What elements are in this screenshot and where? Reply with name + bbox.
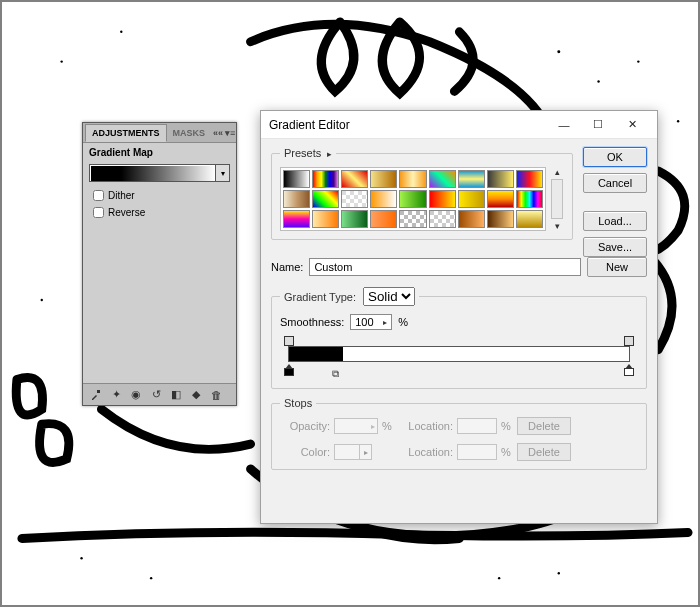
presets-menu-icon[interactable]: ▸ xyxy=(327,149,332,159)
svg-rect-12 xyxy=(97,390,100,393)
new-adjustment-icon[interactable]: ◧ xyxy=(169,388,183,402)
gradient-type-select[interactable]: Solid xyxy=(363,287,415,306)
gradient-bar[interactable]: ⧉ xyxy=(282,336,636,376)
chevron-right-icon[interactable]: ▸ xyxy=(383,318,387,327)
svg-point-1 xyxy=(120,31,122,33)
link-stops-icon[interactable]: ⧉ xyxy=(332,368,339,380)
preset-swatch[interactable] xyxy=(429,190,456,208)
reverse-label: Reverse xyxy=(108,207,145,218)
opacity-location-input xyxy=(457,418,497,434)
eye-icon[interactable]: ◉ xyxy=(129,388,143,402)
svg-point-7 xyxy=(80,557,82,559)
preset-swatch[interactable] xyxy=(370,170,397,188)
reset-icon[interactable]: ↺ xyxy=(149,388,163,402)
svg-point-4 xyxy=(637,60,639,62)
adjustment-title: Gradient Map xyxy=(83,143,236,164)
preset-swatch[interactable] xyxy=(283,190,310,208)
svg-point-2 xyxy=(557,50,560,53)
save-button[interactable]: Save... xyxy=(583,237,647,257)
dither-input[interactable] xyxy=(93,190,104,201)
svg-point-8 xyxy=(150,577,152,579)
smoothness-label: Smoothness: xyxy=(280,316,344,328)
dialog-titlebar[interactable]: Gradient Editor — ☐ ✕ xyxy=(261,111,657,139)
opacity-unit: % xyxy=(382,420,394,432)
preset-swatch[interactable] xyxy=(458,170,485,188)
adjustments-tabstrip: ADJUSTMENTS MASKS «« ▾≡ xyxy=(83,123,236,143)
gradient-type-fieldset: Gradient Type: Solid Smoothness: 100▸ % … xyxy=(271,287,647,389)
preset-swatch[interactable] xyxy=(341,190,368,208)
opacity-stop-left[interactable] xyxy=(284,336,294,346)
name-label: Name: xyxy=(271,261,303,273)
eyedropper-icon[interactable] xyxy=(89,388,103,402)
preset-swatch[interactable] xyxy=(399,170,426,188)
preset-swatch[interactable] xyxy=(487,210,514,228)
preset-swatch[interactable] xyxy=(516,170,543,188)
delete-opacity-stop-button: Delete xyxy=(517,417,571,435)
minimize-icon[interactable]: — xyxy=(547,114,581,136)
panel-menu-icon[interactable]: ▾≡ xyxy=(225,126,235,140)
preset-swatch[interactable] xyxy=(341,170,368,188)
gradient-preview[interactable] xyxy=(89,164,216,182)
close-icon[interactable]: ✕ xyxy=(615,114,649,136)
preset-swatch[interactable] xyxy=(458,190,485,208)
opacity-input: ▸ xyxy=(334,418,378,434)
preset-swatch[interactable] xyxy=(399,190,426,208)
color-stop-left[interactable] xyxy=(284,364,294,376)
preset-swatch[interactable] xyxy=(312,190,339,208)
preset-swatch[interactable] xyxy=(516,210,543,228)
preset-swatch[interactable] xyxy=(399,210,426,228)
smoothness-unit: % xyxy=(398,316,408,328)
dither-checkbox[interactable]: Dither xyxy=(93,190,226,201)
trash-icon[interactable]: 🗑 xyxy=(209,388,223,402)
adjustments-footer: ✦ ◉ ↺ ◧ ◆ 🗑 xyxy=(83,383,236,405)
load-button[interactable]: Load... xyxy=(583,211,647,231)
pin-icon[interactable]: ✦ xyxy=(109,388,123,402)
preset-swatch[interactable] xyxy=(370,210,397,228)
tab-adjustments[interactable]: ADJUSTMENTS xyxy=(85,124,167,142)
maximize-icon[interactable]: ☐ xyxy=(581,114,615,136)
presets-scrollbar[interactable] xyxy=(551,179,563,219)
preset-swatch[interactable] xyxy=(370,190,397,208)
preset-swatch[interactable] xyxy=(283,170,310,188)
presets-legend: Presets ▸ xyxy=(280,147,336,159)
preset-swatch[interactable] xyxy=(283,210,310,228)
ok-button[interactable]: OK xyxy=(583,147,647,167)
preset-swatch[interactable] xyxy=(341,210,368,228)
opacity-label: Opacity: xyxy=(280,420,330,432)
preset-swatch[interactable] xyxy=(487,190,514,208)
color-stop-right[interactable] xyxy=(624,364,634,376)
adjustments-panel: ADJUSTMENTS MASKS «« ▾≡ Gradient Map ▾ D… xyxy=(82,122,237,406)
clip-icon[interactable]: ◆ xyxy=(189,388,203,402)
preset-swatch[interactable] xyxy=(516,190,543,208)
opacity-stop-right[interactable] xyxy=(624,336,634,346)
opacity-location-unit: % xyxy=(501,420,513,432)
preset-swatch[interactable] xyxy=(487,170,514,188)
new-button[interactable]: New xyxy=(587,257,647,277)
svg-point-3 xyxy=(597,80,599,82)
svg-point-10 xyxy=(558,572,560,574)
gradient-type-legend: Gradient Type: Solid xyxy=(280,287,419,306)
svg-point-9 xyxy=(498,577,500,579)
collapse-icon[interactable]: «« xyxy=(213,126,223,140)
reverse-checkbox[interactable]: Reverse xyxy=(93,207,226,218)
color-location-unit: % xyxy=(501,446,513,458)
stops-fieldset: Stops Opacity: ▸ % Location: % Delete Co… xyxy=(271,397,647,470)
smoothness-input[interactable]: 100▸ xyxy=(350,314,392,330)
gradient-dropdown-icon[interactable]: ▾ xyxy=(216,164,230,182)
presets-fieldset: Presets ▸ ▴ ▾ xyxy=(271,147,573,240)
stops-legend: Stops xyxy=(280,397,316,409)
tab-masks[interactable]: MASKS xyxy=(167,125,212,141)
preset-swatch[interactable] xyxy=(312,210,339,228)
scroll-down-icon[interactable]: ▾ xyxy=(555,221,560,231)
preset-swatch[interactable] xyxy=(429,210,456,228)
reverse-input[interactable] xyxy=(93,207,104,218)
preset-swatch[interactable] xyxy=(458,210,485,228)
dialog-title: Gradient Editor xyxy=(269,118,547,132)
preset-swatch[interactable] xyxy=(429,170,456,188)
preset-swatch[interactable] xyxy=(312,170,339,188)
cancel-button[interactable]: Cancel xyxy=(583,173,647,193)
scroll-up-icon[interactable]: ▴ xyxy=(555,167,560,177)
name-input[interactable] xyxy=(309,258,581,276)
svg-point-6 xyxy=(41,299,43,301)
svg-point-0 xyxy=(60,60,62,62)
